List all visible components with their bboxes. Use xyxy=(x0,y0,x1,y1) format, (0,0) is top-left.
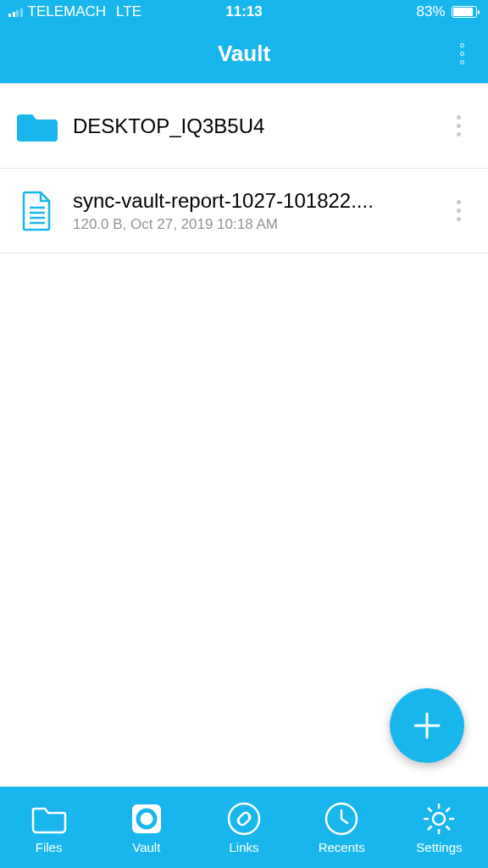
svg-point-10 xyxy=(433,813,445,825)
list-item-meta: 120.0 B, Oct 27, 2019 10:18 AM xyxy=(73,216,439,233)
list-item[interactable]: DESKTOP_IQ3B5U4 xyxy=(0,84,488,169)
tab-vault[interactable]: Vault xyxy=(97,787,195,868)
gear-icon xyxy=(421,801,457,837)
more-vertical-icon xyxy=(457,200,461,204)
list-item[interactable]: sync-vault-report-1027-101822.... 120.0 … xyxy=(0,169,488,253)
status-right: 83% xyxy=(263,3,480,20)
tab-label: Recents xyxy=(319,840,365,854)
status-left: TELEMACH LTE xyxy=(8,3,225,20)
list-item-more-button[interactable] xyxy=(446,115,471,136)
tab-label: Settings xyxy=(416,840,462,854)
svg-line-18 xyxy=(446,808,451,812)
svg-line-17 xyxy=(428,826,432,830)
svg-line-15 xyxy=(428,808,432,812)
more-vertical-icon xyxy=(457,115,461,120)
tab-recents[interactable]: Recents xyxy=(293,787,391,868)
list-item-text: DESKTOP_IQ3B5U4 xyxy=(58,114,446,138)
status-bar: TELEMACH LTE 11:13 83% xyxy=(0,0,488,24)
svg-line-16 xyxy=(446,826,451,830)
signal-icon xyxy=(8,7,23,17)
tab-label: Vault xyxy=(132,840,160,854)
folder-icon xyxy=(17,106,58,147)
link-icon xyxy=(226,801,262,837)
page-title: Vault xyxy=(218,41,270,67)
network-label: LTE xyxy=(116,3,141,20)
document-icon xyxy=(17,191,58,231)
svg-point-8 xyxy=(229,804,259,834)
more-options-button[interactable] xyxy=(452,24,473,83)
nav-bar: Vault xyxy=(0,24,488,83)
list-item-text: sync-vault-report-1027-101822.... 120.0 … xyxy=(58,189,446,233)
tab-links[interactable]: Links xyxy=(195,787,292,868)
tab-files[interactable]: Files xyxy=(0,787,97,868)
list-item-more-button[interactable] xyxy=(446,200,471,221)
file-list: DESKTOP_IQ3B5U4 sync-vault-report-1027-1… xyxy=(0,83,488,253)
list-item-title: DESKTOP_IQ3B5U4 xyxy=(73,114,439,138)
tab-label: Files xyxy=(36,840,63,854)
vault-icon xyxy=(129,801,164,837)
tab-settings[interactable]: Settings xyxy=(391,787,488,868)
list-item-title: sync-vault-report-1027-101822.... xyxy=(73,189,439,213)
folder-outline-icon xyxy=(31,801,67,837)
more-vertical-icon xyxy=(460,43,464,47)
add-button[interactable] xyxy=(390,688,464,763)
clock-icon xyxy=(324,801,359,837)
battery-icon xyxy=(452,6,480,18)
status-time: 11:13 xyxy=(225,3,262,20)
plus-icon xyxy=(410,709,444,743)
tab-bar: Files Vault Links Recents xyxy=(0,787,488,868)
carrier-label: TELEMACH xyxy=(28,3,107,20)
battery-percent: 83% xyxy=(416,3,445,20)
tab-label: Links xyxy=(229,840,258,854)
